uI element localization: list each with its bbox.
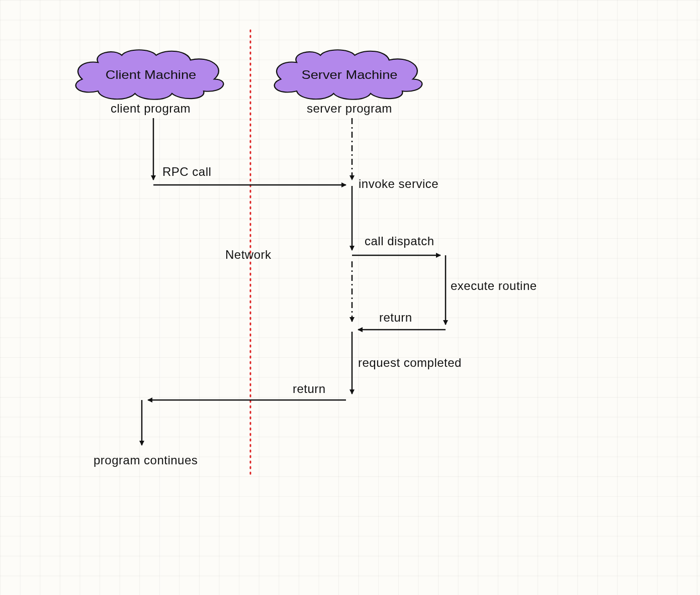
label-call-dispatch: call dispatch xyxy=(365,234,434,248)
label-return-network: return xyxy=(293,382,326,396)
label-rpc-call: RPC call xyxy=(162,165,211,179)
label-execute-routine: execute routine xyxy=(451,279,537,293)
label-program-continues: program continues xyxy=(94,453,198,467)
label-invoke-service: invoke service xyxy=(359,177,439,191)
label-return-dispatch: return xyxy=(379,311,412,325)
diagram-canvas: Client Machine Server Machine client pro… xyxy=(0,0,700,595)
server-cloud: Server Machine xyxy=(275,50,422,99)
label-request-completed: request completed xyxy=(358,356,462,370)
client-cloud-label: Client Machine xyxy=(106,68,196,82)
server-cloud-label: Server Machine xyxy=(301,68,397,82)
label-network: Network xyxy=(225,248,272,262)
client-cloud: Client Machine xyxy=(76,50,224,99)
label-client-program: client program xyxy=(111,102,191,116)
label-server-program: server program xyxy=(307,102,392,116)
diagram-svg: Client Machine Server Machine xyxy=(0,0,700,595)
